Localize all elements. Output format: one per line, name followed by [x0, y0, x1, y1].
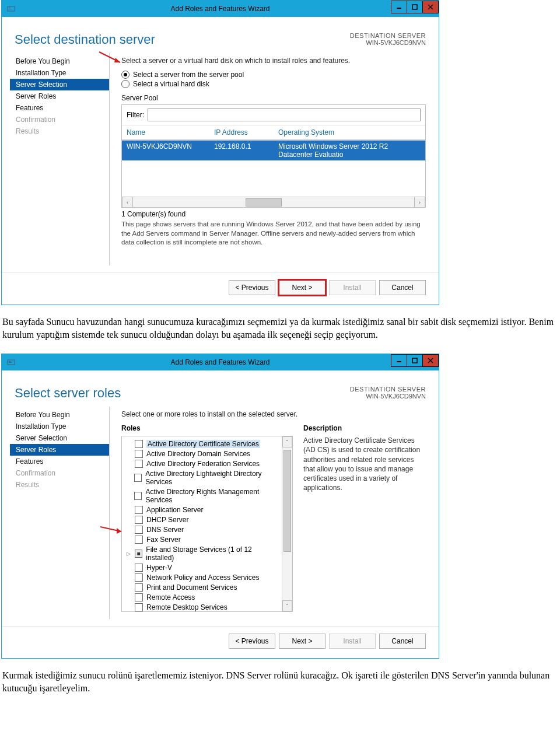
maximize-button[interactable] — [407, 1, 423, 13]
wizard-buttons: < Previous Next > Install Cancel — [2, 626, 439, 658]
radio-icon — [121, 80, 130, 88]
horizontal-scrollbar[interactable]: ‹ › — [122, 197, 425, 207]
scroll-down-icon[interactable]: ˅ — [282, 600, 292, 611]
vertical-scrollbar[interactable]: ˄ ˅ — [282, 436, 292, 611]
description-text: Active Directory Certificate Services (A… — [303, 436, 426, 492]
title-bar[interactable]: Add Roles and Features Wizard — [2, 1, 439, 17]
role-item-ad-fs[interactable]: Active Directory Federation Services — [123, 459, 281, 468]
role-item-dhcp[interactable]: DHCP Server — [123, 515, 281, 524]
role-item-ad-rms[interactable]: Active Directory Rights Management Servi… — [123, 487, 281, 505]
install-button: Install — [329, 280, 376, 295]
role-item-ad-lds[interactable]: Active Directory Lightweight Directory S… — [123, 468, 281, 487]
svg-rect-4 — [412, 5, 417, 9]
close-button[interactable] — [422, 1, 439, 13]
wizard-nav: Before You Begin Installation Type Serve… — [10, 407, 110, 619]
checkbox-icon[interactable] — [135, 573, 143, 582]
role-item-dns[interactable]: DNS Server — [123, 524, 281, 534]
nav-before-you-begin[interactable]: Before You Begin — [10, 55, 109, 67]
server-pool-label: Server Pool — [121, 94, 426, 102]
checkbox-icon[interactable] — [135, 506, 143, 514]
scroll-left-icon[interactable]: ‹ — [122, 197, 133, 208]
cell-ip: 192.168.0.1 — [214, 142, 278, 159]
cell-os: Microsoft Windows Server 2012 R2 Datacen… — [278, 142, 421, 159]
title-bar[interactable]: Add Roles and Features Wizard — [2, 354, 439, 370]
description-heading: Description — [303, 424, 426, 432]
scroll-right-icon[interactable]: › — [414, 197, 425, 208]
role-item-npas[interactable]: Network Policy and Access Services — [123, 572, 281, 582]
col-ip[interactable]: IP Address — [214, 128, 278, 137]
role-item-hyperv[interactable]: Hyper-V — [123, 562, 281, 572]
next-button[interactable]: Next > — [279, 280, 326, 295]
wizard-buttons: < Previous Next > Install Cancel — [2, 272, 439, 305]
next-button[interactable]: Next > — [279, 634, 326, 649]
checkbox-icon[interactable] — [135, 440, 143, 448]
intro-text: Select one or more roles to install on t… — [121, 410, 426, 418]
checkbox-icon[interactable] — [135, 516, 143, 524]
svg-marker-8 — [114, 58, 120, 62]
install-button: Install — [329, 634, 376, 649]
grid-header: Name IP Address Operating System — [122, 125, 425, 141]
cancel-button[interactable]: Cancel — [379, 280, 426, 295]
checkbox-icon[interactable] — [135, 450, 143, 458]
nav-before-you-begin[interactable]: Before You Begin — [10, 409, 109, 421]
role-item-fax[interactable]: Fax Server — [123, 534, 281, 544]
role-item-ad-ds[interactable]: Active Directory Domain Services — [123, 449, 281, 459]
role-item-app-server[interactable]: Application Server — [123, 505, 281, 515]
expand-icon[interactable]: ▷ — [127, 551, 131, 557]
destination-server-value: WIN-5VKJ6CD9NVN — [350, 39, 426, 46]
checkbox-icon[interactable]: ■ — [135, 550, 143, 558]
checkbox-icon[interactable] — [135, 526, 143, 534]
nav-confirmation: Confirmation — [10, 467, 109, 479]
filter-input[interactable] — [148, 109, 421, 121]
intro-text: Select a server or a virtual hard disk o… — [121, 57, 426, 65]
roles-list: Active Directory Certificate Services Ac… — [122, 436, 282, 611]
radio-label: Select a virtual hard disk — [133, 80, 209, 88]
radio-virtual-hard-disk[interactable]: Select a virtual hard disk — [121, 80, 426, 88]
previous-button[interactable]: < Previous — [229, 280, 275, 295]
checkbox-icon[interactable] — [135, 583, 143, 592]
checkbox-icon[interactable] — [134, 474, 142, 482]
checkbox-icon[interactable] — [134, 492, 142, 500]
cancel-button[interactable]: Cancel — [379, 634, 426, 649]
filter-label: Filter: — [127, 111, 144, 119]
nav-installation-type[interactable]: Installation Type — [10, 67, 109, 79]
checkbox-icon[interactable] — [135, 593, 143, 601]
scroll-track[interactable] — [133, 197, 414, 207]
checkbox-icon[interactable] — [135, 460, 143, 468]
help-text: This page shows servers that are running… — [121, 220, 426, 247]
server-row[interactable]: WIN-5VKJ6CD9NVN 192.168.0.1 Microsoft Wi… — [122, 141, 425, 160]
role-item-file-storage[interactable]: ▷■File and Storage Services (1 of 12 ins… — [123, 544, 281, 562]
computers-found-text: 1 Computer(s) found — [121, 210, 426, 218]
close-button[interactable] — [422, 354, 439, 367]
nav-installation-type[interactable]: Installation Type — [10, 421, 109, 432]
checkbox-icon[interactable] — [135, 564, 143, 572]
nav-server-roles[interactable]: Server Roles — [10, 444, 109, 456]
maximize-button[interactable] — [407, 354, 423, 367]
nav-features[interactable]: Features — [10, 456, 109, 467]
scroll-thumb[interactable] — [284, 450, 291, 552]
nav-server-roles[interactable]: Server Roles — [10, 90, 109, 102]
radio-label: Select a server from the server pool — [133, 71, 244, 79]
role-item-print[interactable]: Print and Document Services — [123, 582, 281, 592]
role-item-ad-cs[interactable]: Active Directory Certificate Services — [123, 439, 281, 449]
cell-name: WIN-5VKJ6CD9NVN — [127, 142, 214, 159]
checkbox-icon[interactable] — [135, 603, 143, 611]
nav-server-selection[interactable]: Server Selection — [10, 432, 109, 444]
page-title: Select destination server — [15, 32, 155, 47]
radio-server-pool[interactable]: Select a server from the server pool — [121, 71, 426, 79]
nav-server-selection[interactable]: Server Selection — [10, 79, 109, 90]
role-item-rds[interactable]: Remote Desktop Services — [123, 602, 281, 611]
wizard-window-roles: Add Roles and Features Wizard Select ser… — [1, 354, 439, 659]
minimize-button[interactable] — [391, 354, 407, 367]
scroll-thumb[interactable] — [246, 198, 282, 207]
checkbox-icon[interactable] — [135, 536, 143, 544]
article-paragraph-1: Bu sayfada Sunucu havuzundan hangi sunuc… — [2, 316, 558, 341]
nav-features[interactable]: Features — [10, 102, 109, 114]
page-title: Select server roles — [15, 386, 121, 401]
previous-button[interactable]: < Previous — [229, 634, 275, 649]
role-item-remote-access[interactable]: Remote Access — [123, 592, 281, 602]
col-os[interactable]: Operating System — [278, 128, 421, 137]
col-name[interactable]: Name — [127, 128, 214, 137]
scroll-up-icon[interactable]: ˄ — [282, 436, 292, 447]
minimize-button[interactable] — [391, 1, 407, 13]
